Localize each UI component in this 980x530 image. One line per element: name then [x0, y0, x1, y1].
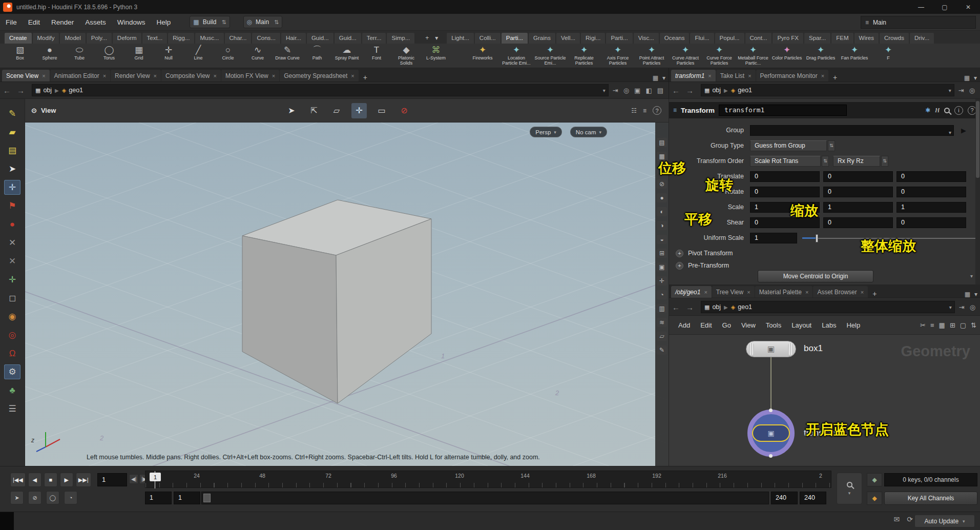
left-toolbar-icon[interactable]: ◉	[4, 309, 20, 324]
group-type-spinner-icon[interactable]: ⇅	[828, 140, 835, 151]
path-chip-geo1[interactable]: ◈ geo1	[728, 87, 755, 94]
shelf-tab[interactable]: Crowds	[880, 33, 909, 44]
pane-grid-icon[interactable]: ▦	[965, 291, 970, 298]
pane-tab[interactable]: Material Palette ×	[755, 286, 813, 298]
pane-tab[interactable]: Composite View ×	[161, 70, 221, 81]
shelf-tab[interactable]: Text...	[142, 33, 168, 44]
shelf-tool[interactable]: ✦ F	[871, 44, 905, 66]
network-menu-item[interactable]: Tools	[761, 316, 786, 335]
shelf-tool[interactable]: ◆ Platonic Solids	[391, 44, 421, 68]
close-tab-icon[interactable]: ×	[805, 289, 808, 295]
pin-pane-icon[interactable]: ⇥	[613, 87, 618, 94]
network-toolbar-icon[interactable]: ▦	[939, 321, 945, 329]
pane-tab[interactable]: Tree View ×	[712, 286, 755, 298]
group-type-dropdown[interactable]: Guess from Group	[750, 140, 827, 151]
box1-node[interactable]: ▣	[746, 341, 796, 357]
viewport-display-icon[interactable]: ✎	[657, 345, 667, 355]
shelf-tool[interactable]: ⌒ Path	[302, 44, 332, 68]
camera-dropdown[interactable]: No cam ▾	[570, 127, 607, 137]
shelf-tab[interactable]: Visc...	[634, 33, 659, 44]
timeline-option-icon[interactable]: ⊘	[28, 491, 41, 504]
shear-y-field[interactable]: 0	[823, 217, 893, 228]
shelf-tool[interactable]: ✦ Point Attract Particles	[635, 44, 669, 66]
scene-spinner-icon[interactable]: ⇅	[274, 19, 279, 26]
shelf-tab[interactable]: Vell...	[556, 33, 580, 44]
pane-tab[interactable]: Render View ×	[111, 70, 161, 81]
network-menu-item[interactable]: Go	[717, 316, 736, 335]
play-backward-button[interactable]: ◀	[28, 473, 41, 487]
key-all-channels-button[interactable]: Key All Channels	[884, 492, 977, 505]
help-icon[interactable]: ?	[653, 106, 661, 115]
add-shelf-tab-icon[interactable]: +	[422, 33, 432, 44]
path-chip-geo1[interactable]: ◈ geo1	[59, 87, 86, 94]
rotate-z-field[interactable]: 0	[896, 187, 966, 197]
scale-z-field[interactable]: 1	[896, 202, 966, 213]
workspace-selector[interactable]: ≡ Main	[861, 16, 976, 29]
shelf-tool[interactable]: ✦ Location Particle Emi...	[499, 44, 533, 66]
shelf-tab-menu-icon[interactable]: ▾	[432, 33, 441, 44]
display-sliders-icon[interactable]: ≡	[643, 107, 647, 114]
shelf-tool[interactable]: ∿ Curve	[243, 44, 273, 68]
path-chip-obj[interactable]: ▦ obj	[32, 87, 55, 94]
play-button[interactable]: ▶	[60, 473, 73, 487]
left-toolbar-icon[interactable]: ▤	[4, 143, 20, 158]
add-pane-tab-icon[interactable]: +	[868, 290, 881, 298]
transform-order-spinner-icon[interactable]: ⇅	[822, 156, 829, 167]
network-canvas[interactable]: Geometry ▣ box1 ▣ transform1	[669, 335, 980, 466]
shelf-tab[interactable]: Rigg...	[168, 33, 194, 44]
close-tab-icon[interactable]: ×	[351, 73, 354, 79]
close-tab-icon[interactable]: ×	[748, 73, 751, 79]
transform1-node[interactable]: ▣	[752, 424, 790, 442]
pane-grid-icon[interactable]: ▦	[653, 74, 658, 81]
left-toolbar-icon[interactable]: ⚙	[4, 364, 20, 379]
shelf-tool[interactable]: ✦ Drag Particles	[804, 44, 838, 66]
viewport-display-icon[interactable]: ▣	[657, 262, 667, 272]
desktop-spinner-icon[interactable]: ⇅	[221, 19, 226, 26]
keys-status-icon[interactable]: ◆	[867, 473, 882, 486]
left-toolbar-icon[interactable]: ◎	[4, 328, 20, 342]
close-tab-icon[interactable]: ×	[213, 73, 216, 79]
shelf-tool[interactable]: ✦ Fireworks	[466, 44, 499, 66]
node-name-field[interactable]: transform1	[719, 105, 847, 116]
close-tab-icon[interactable]: ×	[861, 289, 864, 295]
left-toolbar-icon[interactable]: ✛	[4, 180, 20, 195]
shelf-tab[interactable]: Simp...	[387, 33, 414, 44]
shelf-tool[interactable]: ✦ Replicate Particles	[567, 44, 601, 66]
shelf-tab[interactable]: Guid...	[335, 33, 361, 44]
add-pane-tab-icon[interactable]: +	[359, 73, 371, 81]
network-menu-item[interactable]: Add	[673, 316, 695, 335]
viewport-display-icon[interactable]: ◐	[657, 207, 667, 216]
close-tab-icon[interactable]: ×	[704, 289, 707, 295]
back-icon[interactable]: ←	[669, 303, 683, 312]
timeline-zoom-button[interactable]: ▾	[837, 473, 862, 504]
expand-icon[interactable]: +	[676, 262, 683, 270]
shelf-tab[interactable]: Hair...	[281, 33, 306, 44]
back-icon[interactable]: ←	[669, 86, 683, 95]
shelf-tab[interactable]: Deform	[113, 33, 141, 44]
frame-ruler[interactable]: 244872961201441681922162 1	[145, 471, 831, 488]
frame-range-slider[interactable]	[201, 492, 769, 504]
viewport-display-icon[interactable]: ▱	[657, 332, 667, 341]
rotate-x-field[interactable]: 0	[750, 187, 820, 197]
search-icon[interactable]	[944, 108, 950, 113]
forward-icon[interactable]: →	[683, 86, 697, 95]
shelf-tool[interactable]: ▦ Grid	[124, 44, 154, 68]
pane-menu-icon[interactable]: ▾	[974, 291, 977, 298]
close-tab-icon[interactable]: ×	[272, 73, 275, 79]
pane-tab[interactable]: Scene View ×	[2, 70, 50, 81]
shelf-tab[interactable]: Oceans	[660, 33, 690, 44]
left-toolbar-icon[interactable]: ●	[4, 217, 20, 232]
menu-item[interactable]: Help	[151, 14, 177, 31]
translate-y-field[interactable]: 0	[823, 171, 893, 182]
pane-tab[interactable]: Animation Editor ×	[50, 70, 110, 81]
shelf-tab[interactable]: Poly...	[87, 33, 112, 44]
shelf-tab[interactable]: Popul...	[715, 33, 744, 44]
left-toolbar-icon[interactable]: ⚑	[4, 198, 20, 213]
transform-order-dropdown[interactable]: Scale Rot Trans	[750, 156, 821, 167]
shelf-tab[interactable]: Char...	[225, 33, 252, 44]
close-tab-icon[interactable]: ×	[42, 73, 45, 79]
desktop-selector[interactable]: ▦ Build ⇅	[190, 16, 230, 28]
shelf-tool[interactable]: ✦ Axis Force Particles	[601, 44, 635, 66]
fast-forward-button[interactable]: ▶▶|	[76, 473, 91, 487]
update-mode-dropdown[interactable]: Auto Update ▾	[914, 515, 975, 527]
